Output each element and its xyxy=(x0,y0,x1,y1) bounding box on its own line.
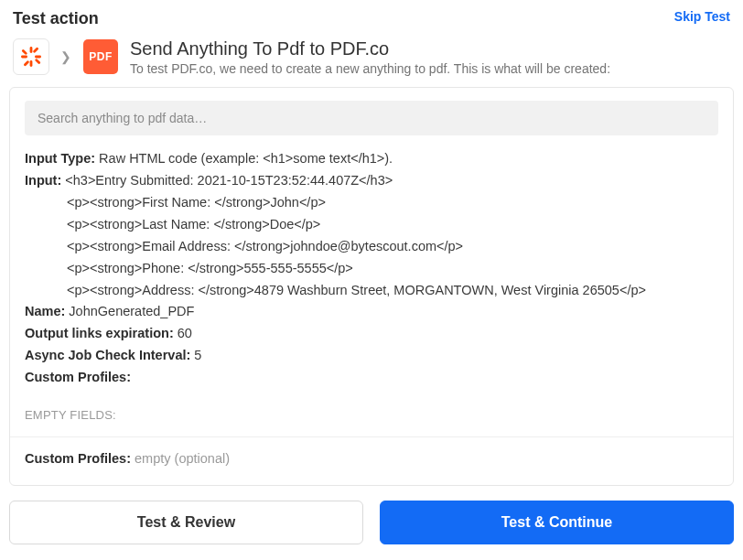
test-review-button[interactable]: Test & Review xyxy=(9,501,363,544)
action-subtitle: To test PDF.co, we need to create a new … xyxy=(130,61,610,76)
field-label: Input Type: xyxy=(25,151,95,166)
field-async-interval: Async Job Check Interval: 5 xyxy=(25,345,718,367)
skip-test-link[interactable]: Skip Test xyxy=(674,9,730,24)
field-label: Custom Profiles: xyxy=(25,370,131,384)
test-data-panel: Input Type: Raw HTML code (example: <h1>… xyxy=(9,87,734,486)
svg-rect-0 xyxy=(30,47,33,53)
svg-rect-1 xyxy=(30,60,33,67)
svg-rect-5 xyxy=(35,59,41,65)
empty-fields-heading: EMPTY FIELDS: xyxy=(25,405,718,425)
field-input-type: Input Type: Raw HTML code (example: <h1>… xyxy=(25,148,718,170)
empty-field-custom-profiles: Custom Profiles: empty (optional) xyxy=(25,448,718,470)
page-title: Test action xyxy=(13,9,99,28)
field-name: Name: JohnGenerated_PDF xyxy=(25,301,718,323)
svg-rect-6 xyxy=(33,47,39,53)
field-value-line: <p><strong>Last Name: </strong>Doe</p> xyxy=(25,214,718,236)
action-header: ❯ PDF Send Anything To Pdf to PDF.co To … xyxy=(0,34,743,87)
pdfco-icon: PDF xyxy=(82,38,119,75)
field-label: Name: xyxy=(25,304,65,318)
test-continue-button[interactable]: Test & Continue xyxy=(380,501,734,544)
field-value: 5 xyxy=(194,348,201,362)
svg-rect-3 xyxy=(35,56,41,59)
svg-rect-2 xyxy=(21,56,27,59)
field-label: Custom Profiles: xyxy=(25,451,131,466)
field-value: 60 xyxy=(178,326,192,340)
field-value: JohnGenerated_PDF xyxy=(69,304,194,318)
field-custom-profiles: Custom Profiles: xyxy=(25,367,718,389)
divider xyxy=(10,436,733,437)
field-value-line: <p><strong>Phone: </strong>555-555-5555<… xyxy=(25,258,718,280)
action-title: Send Anything To Pdf to PDF.co xyxy=(130,38,610,59)
search-input[interactable] xyxy=(25,101,718,135)
field-label: Async Job Check Interval: xyxy=(25,348,190,362)
chevron-right-icon: ❯ xyxy=(60,49,71,64)
field-value-line: <p><strong>Email Address: </strong>johnd… xyxy=(25,236,718,258)
field-value-line: <p><strong>First Name: </strong>John</p> xyxy=(25,192,718,214)
field-output-links-expiration: Output links expiration: 60 xyxy=(25,323,718,345)
zapier-icon xyxy=(13,38,49,75)
field-value-line: <p><strong>Address: </strong>4879 Washbu… xyxy=(25,280,718,302)
svg-rect-4 xyxy=(21,48,27,55)
field-value: empty (optional) xyxy=(135,451,230,466)
fields-list: Input Type: Raw HTML code (example: <h1>… xyxy=(25,148,718,470)
field-label: Output links expiration: xyxy=(25,326,174,340)
field-value-line: <h3>Entry Submitted: 2021-10-15T23:52:44… xyxy=(65,173,393,188)
svg-rect-7 xyxy=(23,60,29,67)
field-label: Input: xyxy=(25,173,61,188)
pdfco-badge-label: PDF xyxy=(83,39,118,74)
field-value: Raw HTML code (example: <h1>some text</h… xyxy=(99,151,393,166)
field-input: Input: <h3>Entry Submitted: 2021-10-15T2… xyxy=(25,170,718,302)
